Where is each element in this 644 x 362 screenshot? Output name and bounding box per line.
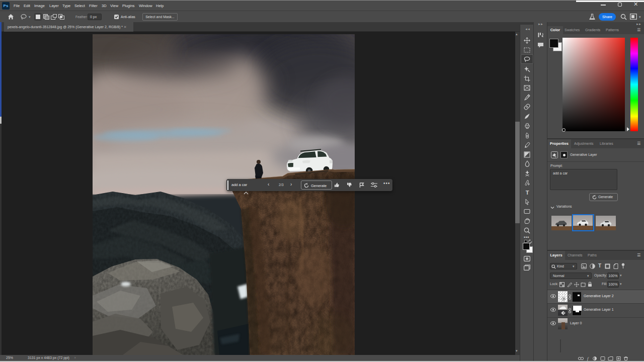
svg-text:f: f bbox=[587, 356, 589, 361]
